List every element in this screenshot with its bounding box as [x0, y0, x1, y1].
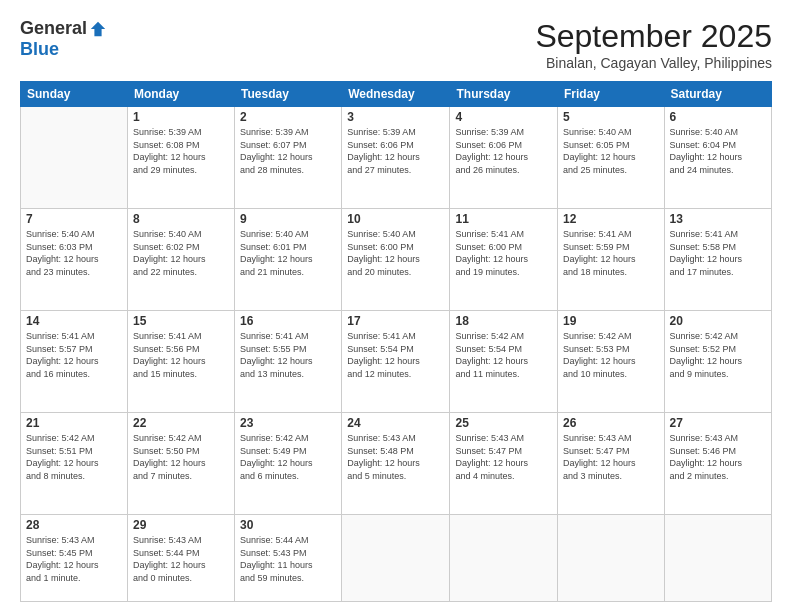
calendar-cell: 17Sunrise: 5:41 AM Sunset: 5:54 PM Dayli…: [342, 311, 450, 413]
svg-marker-0: [91, 21, 105, 35]
column-header-tuesday: Tuesday: [235, 82, 342, 107]
day-number: 20: [670, 314, 766, 328]
calendar-cell: 8Sunrise: 5:40 AM Sunset: 6:02 PM Daylig…: [127, 209, 234, 311]
day-number: 19: [563, 314, 659, 328]
calendar-cell: [558, 515, 665, 602]
day-info: Sunrise: 5:43 AM Sunset: 5:48 PM Dayligh…: [347, 432, 444, 482]
day-number: 12: [563, 212, 659, 226]
calendar-cell: 7Sunrise: 5:40 AM Sunset: 6:03 PM Daylig…: [21, 209, 128, 311]
day-info: Sunrise: 5:42 AM Sunset: 5:54 PM Dayligh…: [455, 330, 552, 380]
calendar-cell: 23Sunrise: 5:42 AM Sunset: 5:49 PM Dayli…: [235, 413, 342, 515]
day-info: Sunrise: 5:43 AM Sunset: 5:44 PM Dayligh…: [133, 534, 229, 584]
week-row-5: 28Sunrise: 5:43 AM Sunset: 5:45 PM Dayli…: [21, 515, 772, 602]
day-number: 29: [133, 518, 229, 532]
week-row-4: 21Sunrise: 5:42 AM Sunset: 5:51 PM Dayli…: [21, 413, 772, 515]
logo-general-text: General: [20, 18, 87, 39]
day-info: Sunrise: 5:40 AM Sunset: 6:00 PM Dayligh…: [347, 228, 444, 278]
day-number: 18: [455, 314, 552, 328]
calendar-cell: 25Sunrise: 5:43 AM Sunset: 5:47 PM Dayli…: [450, 413, 558, 515]
day-info: Sunrise: 5:42 AM Sunset: 5:53 PM Dayligh…: [563, 330, 659, 380]
day-number: 28: [26, 518, 122, 532]
calendar-cell: 12Sunrise: 5:41 AM Sunset: 5:59 PM Dayli…: [558, 209, 665, 311]
calendar-page: General Blue September 2025 Binalan, Cag…: [0, 0, 792, 612]
column-header-monday: Monday: [127, 82, 234, 107]
day-number: 1: [133, 110, 229, 124]
day-info: Sunrise: 5:42 AM Sunset: 5:49 PM Dayligh…: [240, 432, 336, 482]
header: General Blue September 2025 Binalan, Cag…: [20, 18, 772, 71]
day-info: Sunrise: 5:39 AM Sunset: 6:07 PM Dayligh…: [240, 126, 336, 176]
calendar-header-row: SundayMondayTuesdayWednesdayThursdayFrid…: [21, 82, 772, 107]
day-number: 15: [133, 314, 229, 328]
calendar-cell: 2Sunrise: 5:39 AM Sunset: 6:07 PM Daylig…: [235, 107, 342, 209]
calendar-cell: 20Sunrise: 5:42 AM Sunset: 5:52 PM Dayli…: [664, 311, 771, 413]
column-header-wednesday: Wednesday: [342, 82, 450, 107]
day-info: Sunrise: 5:42 AM Sunset: 5:50 PM Dayligh…: [133, 432, 229, 482]
day-info: Sunrise: 5:43 AM Sunset: 5:45 PM Dayligh…: [26, 534, 122, 584]
calendar-cell: 4Sunrise: 5:39 AM Sunset: 6:06 PM Daylig…: [450, 107, 558, 209]
calendar-cell: 9Sunrise: 5:40 AM Sunset: 6:01 PM Daylig…: [235, 209, 342, 311]
calendar-cell: 3Sunrise: 5:39 AM Sunset: 6:06 PM Daylig…: [342, 107, 450, 209]
day-info: Sunrise: 5:41 AM Sunset: 5:59 PM Dayligh…: [563, 228, 659, 278]
day-info: Sunrise: 5:44 AM Sunset: 5:43 PM Dayligh…: [240, 534, 336, 584]
day-number: 9: [240, 212, 336, 226]
calendar-cell: 6Sunrise: 5:40 AM Sunset: 6:04 PM Daylig…: [664, 107, 771, 209]
day-info: Sunrise: 5:43 AM Sunset: 5:47 PM Dayligh…: [455, 432, 552, 482]
day-info: Sunrise: 5:40 AM Sunset: 6:05 PM Dayligh…: [563, 126, 659, 176]
calendar-cell: 13Sunrise: 5:41 AM Sunset: 5:58 PM Dayli…: [664, 209, 771, 311]
calendar-cell: [450, 515, 558, 602]
calendar-cell: 18Sunrise: 5:42 AM Sunset: 5:54 PM Dayli…: [450, 311, 558, 413]
day-info: Sunrise: 5:40 AM Sunset: 6:04 PM Dayligh…: [670, 126, 766, 176]
calendar-cell: 19Sunrise: 5:42 AM Sunset: 5:53 PM Dayli…: [558, 311, 665, 413]
week-row-3: 14Sunrise: 5:41 AM Sunset: 5:57 PM Dayli…: [21, 311, 772, 413]
location-subtitle: Binalan, Cagayan Valley, Philippines: [535, 55, 772, 71]
day-number: 22: [133, 416, 229, 430]
day-number: 24: [347, 416, 444, 430]
calendar-cell: [21, 107, 128, 209]
day-number: 27: [670, 416, 766, 430]
day-number: 21: [26, 416, 122, 430]
day-number: 4: [455, 110, 552, 124]
day-info: Sunrise: 5:40 AM Sunset: 6:03 PM Dayligh…: [26, 228, 122, 278]
day-number: 23: [240, 416, 336, 430]
day-info: Sunrise: 5:41 AM Sunset: 5:55 PM Dayligh…: [240, 330, 336, 380]
logo-icon: [89, 20, 107, 38]
calendar-cell: 1Sunrise: 5:39 AM Sunset: 6:08 PM Daylig…: [127, 107, 234, 209]
day-number: 17: [347, 314, 444, 328]
calendar-cell: 5Sunrise: 5:40 AM Sunset: 6:05 PM Daylig…: [558, 107, 665, 209]
day-info: Sunrise: 5:43 AM Sunset: 5:46 PM Dayligh…: [670, 432, 766, 482]
title-section: September 2025 Binalan, Cagayan Valley, …: [535, 18, 772, 71]
column-header-saturday: Saturday: [664, 82, 771, 107]
calendar-cell: 16Sunrise: 5:41 AM Sunset: 5:55 PM Dayli…: [235, 311, 342, 413]
day-number: 10: [347, 212, 444, 226]
calendar-cell: [664, 515, 771, 602]
day-number: 25: [455, 416, 552, 430]
calendar-cell: 24Sunrise: 5:43 AM Sunset: 5:48 PM Dayli…: [342, 413, 450, 515]
column-header-friday: Friday: [558, 82, 665, 107]
day-info: Sunrise: 5:43 AM Sunset: 5:47 PM Dayligh…: [563, 432, 659, 482]
calendar-cell: 21Sunrise: 5:42 AM Sunset: 5:51 PM Dayli…: [21, 413, 128, 515]
logo-blue-text: Blue: [20, 39, 59, 60]
day-number: 6: [670, 110, 766, 124]
calendar-cell: [342, 515, 450, 602]
calendar-cell: 22Sunrise: 5:42 AM Sunset: 5:50 PM Dayli…: [127, 413, 234, 515]
day-info: Sunrise: 5:41 AM Sunset: 6:00 PM Dayligh…: [455, 228, 552, 278]
day-number: 13: [670, 212, 766, 226]
column-header-sunday: Sunday: [21, 82, 128, 107]
day-info: Sunrise: 5:41 AM Sunset: 5:57 PM Dayligh…: [26, 330, 122, 380]
column-header-thursday: Thursday: [450, 82, 558, 107]
calendar-cell: 10Sunrise: 5:40 AM Sunset: 6:00 PM Dayli…: [342, 209, 450, 311]
day-info: Sunrise: 5:42 AM Sunset: 5:52 PM Dayligh…: [670, 330, 766, 380]
day-number: 2: [240, 110, 336, 124]
day-info: Sunrise: 5:40 AM Sunset: 6:02 PM Dayligh…: [133, 228, 229, 278]
calendar-cell: 15Sunrise: 5:41 AM Sunset: 5:56 PM Dayli…: [127, 311, 234, 413]
day-number: 26: [563, 416, 659, 430]
day-info: Sunrise: 5:42 AM Sunset: 5:51 PM Dayligh…: [26, 432, 122, 482]
calendar-cell: 14Sunrise: 5:41 AM Sunset: 5:57 PM Dayli…: [21, 311, 128, 413]
day-number: 5: [563, 110, 659, 124]
calendar-cell: 11Sunrise: 5:41 AM Sunset: 6:00 PM Dayli…: [450, 209, 558, 311]
logo: General Blue: [20, 18, 107, 60]
calendar-cell: 27Sunrise: 5:43 AM Sunset: 5:46 PM Dayli…: [664, 413, 771, 515]
week-row-2: 7Sunrise: 5:40 AM Sunset: 6:03 PM Daylig…: [21, 209, 772, 311]
day-info: Sunrise: 5:40 AM Sunset: 6:01 PM Dayligh…: [240, 228, 336, 278]
day-number: 7: [26, 212, 122, 226]
